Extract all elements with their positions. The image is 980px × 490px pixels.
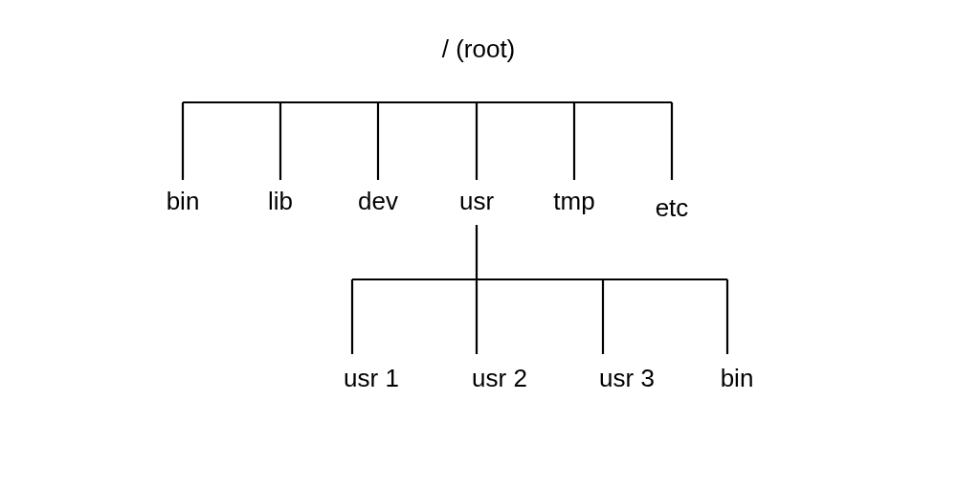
node-tmp: tmp: [553, 187, 594, 216]
connector-lines: [0, 0, 980, 490]
node-root: / (root): [442, 34, 516, 64]
node-usr1: usr 1: [344, 364, 399, 393]
node-lib: lib: [268, 187, 293, 216]
node-usr2: usr 2: [472, 364, 527, 393]
node-dev: dev: [358, 187, 398, 216]
node-usr-bin: bin: [721, 364, 754, 393]
node-bin: bin: [167, 187, 200, 216]
node-usr3: usr 3: [599, 364, 655, 393]
node-usr: usr: [459, 187, 494, 216]
node-etc: etc: [656, 193, 689, 223]
filesystem-tree-diagram: / (root) bin lib dev usr tmp etc usr 1 u…: [0, 0, 980, 490]
